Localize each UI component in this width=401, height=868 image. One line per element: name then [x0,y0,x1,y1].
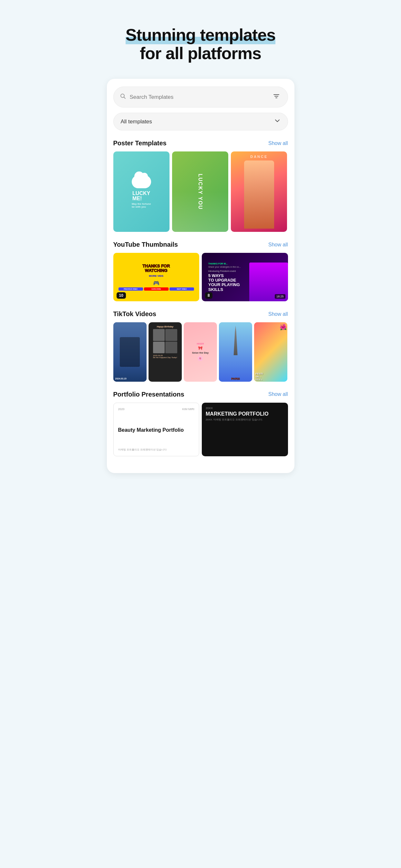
poster-1-text: LUCKYME! [132,191,150,201]
search-input[interactable] [130,94,272,100]
youtube-thumbnails-section: YouTube Thumbnails Show all THANKS FORWA… [113,241,288,301]
port-1-subtitle: 마케팅 포트폴리오 프레젠테이션 있습니다 [118,448,195,452]
youtube-section-header: YouTube Thumbnails Show all [113,241,288,248]
tt-2-photo-3 [153,342,165,353]
yt-2-duration: 18:25 [275,294,285,299]
yt-next-btn: NEXT VIDEO [169,287,194,290]
tt-3-label: HIGER [197,343,204,345]
poster-section-title: Poster Templates [113,140,166,147]
portfolio-item-2[interactable]: 20XX MARKETING PORTFOLIO 20XX. 마케팅 포트폴리오… [202,403,288,457]
search-icon [120,93,126,101]
poster-3-figure [244,160,274,228]
tt-1-date: 2024.03.15 [115,377,127,380]
poster-item-3[interactable]: DANCE [231,151,287,232]
yt-2-intro: Introducing Firestorm event [208,270,250,272]
port-1-year: 2020 [118,407,125,411]
youtube-item-1[interactable]: THANKS FORWATCHING MORE VIDS 🎮 PREVIOUS … [113,253,199,301]
hero-title-line2: for all platforms [140,44,261,63]
tiktok-item-2[interactable]: Happy Birthday 2025.09.05Be the Happiest… [149,322,182,381]
poster-3-label: DANCE [250,155,268,159]
yt-1-badge: 10 [117,292,126,299]
tt-5-subtext: SALE » [255,378,263,380]
tiktok-videos-section: TikTok Videos Show all 2024.03.15 Happy … [113,310,288,381]
hero-title-line1: Stunning templates [126,26,275,44]
poster-item-2[interactable]: LUCKY YOU [172,151,228,232]
portfolio-item-1[interactable]: 2020 KIM MIRI Beauty Marketing Portfolio… [113,403,199,457]
tiktok-item-4[interactable]: PARIS [219,322,252,381]
tiktok-section-title: TikTok Videos [113,310,156,318]
search-bar[interactable] [113,87,288,107]
portfolio-show-all[interactable]: Show all [268,392,288,397]
poster-2-bg: LUCKY YOU [172,151,228,232]
poster-item-1[interactable]: LUCKYME! May the fortunebe with you [113,151,169,232]
tt-4-text: PARIS [219,377,252,380]
yt-2-tagline: Share your strategies in the co... [208,266,250,268]
poster-2-text: LUCKY YOU [197,174,203,210]
tiktok-show-all[interactable]: Show all [268,311,288,317]
tt-3-text: Seize the Day [192,351,209,354]
portfolio-presentations-section: Portfolio Presentations Show all 2020 KI… [113,391,288,457]
tiktok-item-3[interactable]: HIGER 🎀 Seize the Day 🌸 [184,322,217,381]
svg-line-1 [124,97,125,99]
tiktok-grid: 2024.03.15 Happy Birthday 2025.09.05Be t… [113,322,288,381]
youtube-section-title: YouTube Thumbnails [113,241,178,248]
tt-2-photo-4 [165,342,177,353]
yt-2-label: THANKS FOR W... [208,262,250,265]
tt-5-flowers: 🌺 [280,323,287,331]
port-2-sub: 20XX. 마케팅 포트폴리오 프레젠테이션 있습니다. [206,418,284,422]
chevron-down-icon [274,118,281,126]
tt-3-smiley: 🌸 [197,355,204,361]
cloud-shape [132,175,151,188]
yt-2-title: 5 WAYSTO UPGRADEYOUR PLAYINGSKILLS [208,274,250,292]
template-filter-dropdown[interactable]: All templates [113,113,288,130]
tt-1-shape [120,337,140,367]
main-card: All templates Poster Templates Show all … [107,79,295,473]
hero-title: Stunning templates for all platforms [110,26,291,63]
port-2-title: MARKETING PORTFOLIO [206,411,284,417]
tt-2-photo-1 [153,329,165,341]
youtube-item-2[interactable]: THANKS FOR W... Share your strategies in… [202,253,288,301]
yt-1-controller-icon: 🎮 [153,280,159,286]
port-2-year: 20XX [206,407,284,410]
poster-grid: LUCKYME! May the fortunebe with you LUCK… [113,151,288,232]
tt-5-text: FESTIVA... [255,373,263,378]
poster-templates-section: Poster Templates Show all LUCKYME! May t… [113,140,288,232]
port-1-name: KIM MIRI [182,407,195,411]
filter-button[interactable] [272,91,281,103]
tt-2-photo-2 [165,329,177,341]
poster-1-subtext: May the fortunebe with you [132,203,151,208]
tt-2-date: 2025.09.05Be the Happiest Day Today! [153,354,177,359]
portfolio-grid: 2020 KIM MIRI Beauty Marketing Portfolio… [113,403,288,457]
poster-show-all[interactable]: Show all [268,141,288,146]
dropdown-selected: All templates [121,119,152,125]
yt-1-title: THANKS FORWATCHING [143,264,170,273]
hero-section: Stunning templates for all platforms [100,0,301,75]
tiktok-item-1[interactable]: 2024.03.15 [113,322,147,381]
youtube-show-all[interactable]: Show all [268,242,288,248]
tt-3-emoji: 🎀 [198,346,203,350]
poster-section-header: Poster Templates Show all [113,140,288,147]
portfolio-section-title: Portfolio Presentations [113,391,184,398]
port-1-title: Beauty Marketing Portfolio [118,427,195,433]
yt-subscribe-btn: SUBSCRIBE [144,287,168,290]
tt-2-title: Happy Birthday [157,326,174,328]
portfolio-section-header: Portfolio Presentations Show all [113,391,288,398]
tiktok-section-header: TikTok Videos Show all [113,310,288,318]
tiktok-item-5[interactable]: 🌺 FESTIVA... SALE » [254,322,287,381]
yt-previous-btn: PREVIOUS VIDEO [119,287,143,290]
yt-1-subtitle: MORE VIDS [148,274,165,278]
youtube-grid: THANKS FORWATCHING MORE VIDS 🎮 PREVIOUS … [113,253,288,301]
